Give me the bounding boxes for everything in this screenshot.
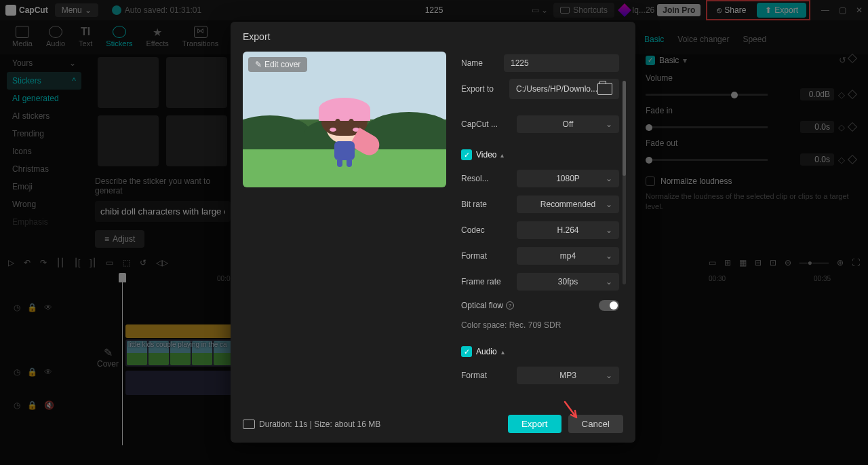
framerate-value: 30fps [558, 277, 578, 286]
modal-footer: Duration: 11s | Size: about 16 MB Export… [243, 405, 623, 433]
edit-cover-button[interactable]: ✎ Edit cover [248, 57, 307, 72]
capcut-value: Off [563, 119, 574, 129]
framerate-label: Frame rate [461, 277, 510, 286]
modal-title: Export [243, 31, 623, 42]
export-path-field[interactable]: C:/Users/HP/Downlo... [509, 79, 619, 99]
format-label: Format [461, 251, 510, 261]
video-section-header[interactable]: ✓ Video ▴ [461, 149, 619, 160]
info-icon[interactable]: ? [506, 301, 514, 310]
modal-preview-column: ✎ Edit cover [243, 52, 446, 405]
check-icon[interactable]: ✓ [461, 346, 472, 357]
audio-section-label: Audio [476, 347, 497, 356]
audio-format-value: MP3 [559, 371, 576, 380]
optical-flow-label-group: Optical flow ? [461, 301, 514, 310]
framerate-select[interactable]: 30fps [517, 273, 619, 291]
name-row: Name [461, 52, 619, 75]
export-to-row: Export to C:/Users/HP/Downlo... [461, 77, 619, 100]
film-icon [243, 420, 255, 429]
resolution-label: Resol... [461, 174, 510, 183]
modal-settings-column: Name Export to C:/Users/HP/Downlo... Cap… [461, 52, 623, 405]
codec-select[interactable]: H.264 [517, 221, 619, 239]
capcut-row: CapCut ... Off [461, 113, 619, 136]
toggle-thumb [610, 301, 618, 310]
edit-cover-label: Edit cover [264, 60, 300, 69]
audio-format-row: Format MP3 [461, 364, 619, 387]
modal-export-button[interactable]: Export [508, 415, 561, 433]
bitrate-label: Bit rate [461, 200, 510, 209]
format-row: Format mp4 [461, 244, 619, 267]
chibi-character [326, 106, 363, 167]
codec-row: Codec H.264 [461, 219, 619, 242]
name-label: Name [461, 58, 497, 68]
format-select[interactable]: mp4 [517, 247, 619, 265]
caret-up-icon: ▴ [501, 348, 505, 356]
folder-icon[interactable] [597, 83, 612, 95]
bitrate-select[interactable]: Recommended [517, 196, 619, 213]
codec-label: Codec [461, 225, 510, 235]
format-value: mp4 [560, 251, 576, 261]
codec-value: H.264 [557, 225, 578, 235]
cover-preview: ✎ Edit cover [243, 52, 446, 187]
audio-section-header[interactable]: ✓ Audio ▴ [461, 346, 619, 357]
modal-cancel-button[interactable]: Cancel [568, 415, 624, 433]
framerate-row: Frame rate 30fps [461, 270, 619, 293]
capcut-label: CapCut ... [461, 119, 510, 129]
check-icon[interactable]: ✓ [461, 149, 472, 160]
resolution-row: Resol... 1080P [461, 167, 619, 190]
video-section-label: Video [476, 150, 496, 160]
export-info: Duration: 11s | Size: about 16 MB [243, 420, 380, 429]
optical-flow-label: Optical flow [461, 301, 503, 310]
bitrate-row: Bit rate Recommended [461, 193, 619, 216]
capcut-select[interactable]: Off [517, 115, 619, 133]
modal-body: ✎ Edit cover [243, 52, 623, 405]
footer-buttons: Export Cancel [508, 415, 623, 433]
resolution-select[interactable]: 1080P [517, 170, 619, 187]
scrollbar-thumb[interactable] [623, 81, 623, 176]
caret-up-icon: ▴ [500, 151, 504, 159]
bitrate-value: Recommended [540, 200, 595, 209]
audio-format-label: Format [461, 371, 510, 380]
optical-flow-row: Optical flow ? [461, 296, 619, 315]
resolution-value: 1080P [556, 174, 580, 183]
export-modal: Export ✎ Edit cover [231, 22, 635, 443]
color-space-info: Color space: Rec. 709 SDR [461, 318, 619, 333]
pencil-icon: ✎ [255, 60, 262, 69]
name-input[interactable] [504, 54, 619, 72]
export-to-label: Export to [461, 84, 502, 94]
export-path-value: C:/Users/HP/Downlo... [516, 84, 597, 94]
optical-flow-toggle[interactable] [599, 300, 619, 311]
duration-info-text: Duration: 11s | Size: about 16 MB [259, 420, 380, 429]
scrollbar[interactable] [623, 81, 623, 284]
bush-shape [243, 115, 311, 149]
audio-format-select[interactable]: MP3 [517, 367, 619, 384]
